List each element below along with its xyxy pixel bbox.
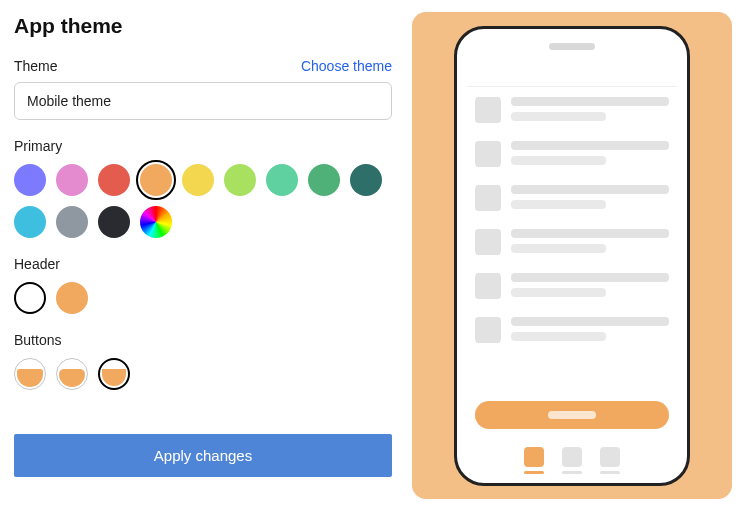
list-line xyxy=(511,112,606,121)
primary-color-swatch[interactable] xyxy=(266,164,298,196)
list-line xyxy=(511,229,669,238)
primary-color-swatch[interactable] xyxy=(98,206,130,238)
list-thumb xyxy=(475,317,501,343)
list-thumb xyxy=(475,97,501,123)
phone-content xyxy=(457,97,687,393)
list-thumb xyxy=(475,185,501,211)
phone-cta-button xyxy=(475,401,669,429)
header-style-swatch[interactable] xyxy=(56,282,88,314)
settings-panel: App theme Theme Choose theme Primary Hea… xyxy=(0,0,406,511)
list-line xyxy=(511,200,606,209)
phone-nav-item xyxy=(562,447,582,467)
list-line xyxy=(511,185,669,194)
primary-color-swatch[interactable] xyxy=(14,164,46,196)
button-swatch-row xyxy=(14,358,392,390)
list-line xyxy=(511,317,669,326)
list-line xyxy=(511,332,606,341)
theme-row: Theme Choose theme xyxy=(14,58,392,74)
preview-frame xyxy=(412,12,732,499)
primary-swatch-row xyxy=(14,164,392,238)
phone-nav-item xyxy=(600,447,620,467)
list-line xyxy=(511,273,669,282)
phone-speaker xyxy=(549,43,595,50)
button-style-swatch[interactable] xyxy=(14,358,46,390)
phone-mockup xyxy=(454,26,690,486)
phone-nav-item-active xyxy=(524,447,544,467)
header-label: Header xyxy=(14,256,392,272)
list-line xyxy=(511,141,669,150)
phone-list-item xyxy=(475,273,669,299)
primary-color-swatch[interactable] xyxy=(140,206,172,238)
list-line xyxy=(511,156,606,165)
list-thumb xyxy=(475,141,501,167)
primary-color-swatch[interactable] xyxy=(56,206,88,238)
apply-changes-button[interactable]: Apply changes xyxy=(14,434,392,477)
primary-color-swatch[interactable] xyxy=(56,164,88,196)
button-style-swatch[interactable] xyxy=(56,358,88,390)
list-line xyxy=(511,288,606,297)
list-thumb xyxy=(475,273,501,299)
primary-color-swatch[interactable] xyxy=(182,164,214,196)
phone-top xyxy=(457,29,687,65)
phone-list-item xyxy=(475,97,669,123)
phone-list-item xyxy=(475,229,669,255)
primary-color-swatch[interactable] xyxy=(140,164,172,196)
phone-header-bar xyxy=(467,65,677,87)
header-swatch-row xyxy=(14,282,392,314)
list-line xyxy=(511,97,669,106)
choose-theme-link[interactable]: Choose theme xyxy=(301,58,392,74)
primary-color-swatch[interactable] xyxy=(308,164,340,196)
primary-color-swatch[interactable] xyxy=(14,206,46,238)
primary-label: Primary xyxy=(14,138,392,154)
phone-list-item xyxy=(475,185,669,211)
phone-nav xyxy=(457,437,687,477)
primary-color-swatch[interactable] xyxy=(98,164,130,196)
primary-color-swatch[interactable] xyxy=(224,164,256,196)
theme-label: Theme xyxy=(14,58,58,74)
preview-panel xyxy=(406,0,744,511)
primary-color-swatch[interactable] xyxy=(350,164,382,196)
list-line xyxy=(511,244,606,253)
phone-list-item xyxy=(475,317,669,343)
header-style-swatch[interactable] xyxy=(14,282,46,314)
page-title: App theme xyxy=(14,14,392,38)
buttons-label: Buttons xyxy=(14,332,392,348)
button-style-swatch[interactable] xyxy=(98,358,130,390)
theme-input[interactable] xyxy=(14,82,392,120)
list-thumb xyxy=(475,229,501,255)
phone-cta-label-placeholder xyxy=(548,411,596,419)
phone-list-item xyxy=(475,141,669,167)
